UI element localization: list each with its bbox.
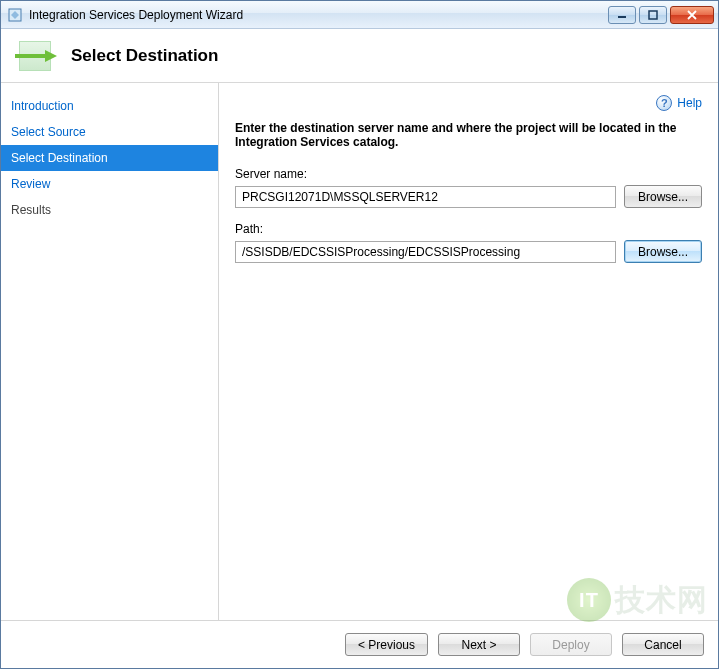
wizard-header: Select Destination <box>1 29 718 83</box>
cancel-button[interactable]: Cancel <box>622 633 704 656</box>
server-browse-button[interactable]: Browse... <box>624 185 702 208</box>
wizard-footer: < Previous Next > Deploy Cancel <box>1 620 718 668</box>
help-row: ? Help <box>235 95 702 111</box>
maximize-button[interactable] <box>639 6 667 24</box>
path-row: Browse... <box>235 240 702 263</box>
svg-rect-2 <box>649 11 657 19</box>
instruction-text: Enter the destination server name and wh… <box>235 121 702 149</box>
content-area: ? Help Enter the destination server name… <box>219 83 718 620</box>
svg-rect-1 <box>618 16 626 18</box>
path-label: Path: <box>235 222 702 236</box>
step-sidebar: Introduction Select Source Select Destin… <box>1 83 219 620</box>
page-title: Select Destination <box>71 46 218 66</box>
next-button[interactable]: Next > <box>438 633 520 656</box>
app-icon <box>7 7 23 23</box>
help-icon: ? <box>656 95 672 111</box>
window-title: Integration Services Deployment Wizard <box>29 8 608 22</box>
titlebar: Integration Services Deployment Wizard <box>1 1 718 29</box>
server-name-input[interactable] <box>235 186 616 208</box>
wizard-body: Introduction Select Source Select Destin… <box>1 83 718 620</box>
wizard-window: Integration Services Deployment Wizard S… <box>0 0 719 669</box>
path-browse-button[interactable]: Browse... <box>624 240 702 263</box>
help-link[interactable]: Help <box>677 96 702 110</box>
sidebar-item-select-destination[interactable]: Select Destination <box>1 145 218 171</box>
path-input[interactable] <box>235 241 616 263</box>
server-name-row: Browse... <box>235 185 702 208</box>
sidebar-item-introduction[interactable]: Introduction <box>1 93 218 119</box>
sidebar-item-select-source[interactable]: Select Source <box>1 119 218 145</box>
previous-button[interactable]: < Previous <box>345 633 428 656</box>
server-name-label: Server name: <box>235 167 702 181</box>
close-button[interactable] <box>670 6 714 24</box>
deploy-button: Deploy <box>530 633 612 656</box>
window-controls <box>608 6 714 24</box>
sidebar-item-review[interactable]: Review <box>1 171 218 197</box>
minimize-button[interactable] <box>608 6 636 24</box>
wizard-step-icon <box>15 37 57 75</box>
sidebar-item-results: Results <box>1 197 218 223</box>
